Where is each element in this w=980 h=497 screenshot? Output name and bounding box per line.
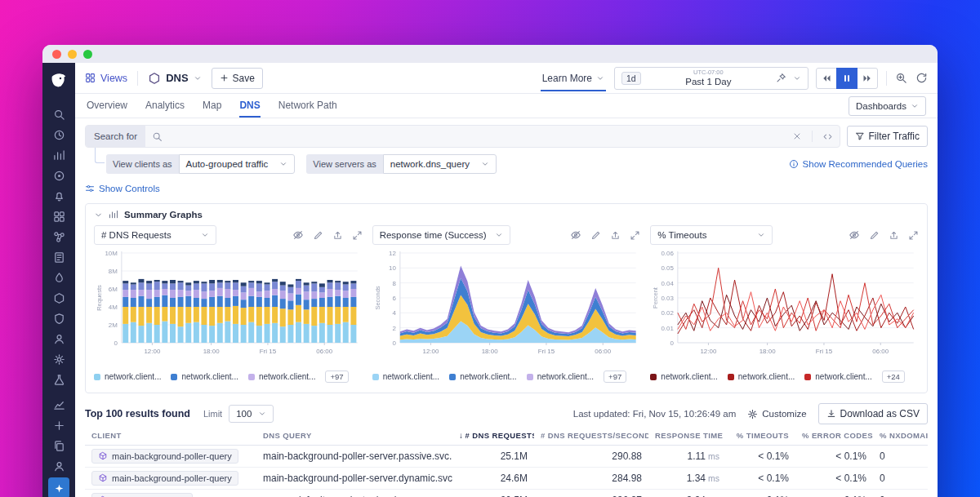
sidebar-item-synthetics[interactable]: [48, 370, 69, 389]
legend-item[interactable]: network.client...: [94, 372, 161, 381]
fullscreen-graph-icon[interactable]: [908, 230, 919, 241]
minimize-window-button[interactable]: [68, 50, 77, 59]
legend-overflow-badge[interactable]: +97: [604, 371, 626, 383]
response-time-metric-select[interactable]: Response time (Success): [372, 225, 510, 245]
client-tag[interactable]: chaos-engineering: [91, 493, 193, 497]
fullscreen-graph-icon[interactable]: [630, 230, 640, 241]
learn-more-dropdown[interactable]: Learn More: [541, 65, 606, 91]
limit-select[interactable]: 100: [229, 405, 274, 423]
time-range-selector[interactable]: 1d UTC-07:00 Past 1 Day: [614, 67, 808, 90]
sidebar-item-bits-ai[interactable]: [48, 477, 69, 497]
client-tag[interactable]: main-background-poller-query: [91, 449, 238, 464]
table-row[interactable]: main-background-poller-querymain-backgro…: [85, 446, 928, 468]
legend-item[interactable]: network.client...: [728, 372, 795, 381]
legend-item[interactable]: network.client...: [449, 372, 516, 381]
sidebar-item-metrics[interactable]: [48, 145, 69, 165]
client-tag[interactable]: main-background-poller-query: [91, 471, 238, 486]
dashboards-dropdown[interactable]: Dashboards: [849, 96, 926, 116]
edit-graph-icon[interactable]: [590, 230, 601, 241]
legend-item[interactable]: network.client...: [804, 372, 871, 381]
pin-icon[interactable]: [776, 73, 786, 83]
search-field[interactable]: Search for: [85, 125, 840, 148]
datadog-logo-icon[interactable]: [49, 71, 69, 91]
legend-overflow-badge[interactable]: +97: [325, 371, 348, 383]
skip-back-button[interactable]: [816, 68, 837, 89]
column-header-client[interactable]: CLIENT: [85, 426, 256, 446]
zoom-window-button[interactable]: [83, 50, 92, 59]
close-window-button[interactable]: [52, 50, 61, 59]
tab-network-path[interactable]: Network Path: [278, 94, 337, 118]
range-shortcut-chip[interactable]: 1d: [621, 72, 641, 85]
sidebar-item-rum[interactable]: [48, 329, 69, 348]
legend-item[interactable]: network.client...: [248, 372, 315, 381]
views-button[interactable]: Views: [85, 73, 127, 84]
export-graph-icon[interactable]: [889, 230, 899, 241]
column-header-response-time[interactable]: RESPONSE TIME: [648, 426, 726, 446]
legend-item[interactable]: network.client...: [527, 372, 594, 381]
column-header--dns-requests-second[interactable]: # DNS REQUESTS/SECOND: [534, 426, 648, 446]
legend-overflow-badge[interactable]: +24: [882, 371, 905, 383]
sidebar-item-docs[interactable]: [48, 436, 69, 455]
show-controls-link[interactable]: Show Controls: [85, 184, 160, 193]
dns-requests-plot[interactable]: 02M4M6M8M10M12:0018:00Fri 1506:00Request…: [94, 246, 363, 369]
collapse-icon[interactable]: [94, 211, 103, 220]
column-header--nxdomain[interactable]: % NXDOMAIN: [873, 426, 928, 446]
timeouts-plot[interactable]: 00.010.020.030.040.050.0612:0018:00Fri 1…: [650, 246, 919, 369]
hide-graph-icon[interactable]: [292, 229, 304, 241]
export-graph-icon[interactable]: [332, 230, 343, 241]
download-csv-button[interactable]: Download as CSV: [818, 403, 928, 424]
dns-requests-metric-select[interactable]: # DNS Requests: [94, 225, 216, 245]
column-header-dns-query[interactable]: DNS QUERY: [256, 426, 452, 446]
search-input[interactable]: [169, 131, 785, 142]
view-clients-select[interactable]: Auto-grouped traffic: [179, 154, 296, 174]
sidebar-item-apm[interactable]: [48, 268, 69, 287]
tab-overview[interactable]: Overview: [87, 94, 127, 118]
sidebar-item-dashboards[interactable]: [48, 206, 69, 226]
sidebar-item-charts[interactable]: [48, 395, 69, 415]
sidebar-item-watchdog[interactable]: [48, 166, 69, 185]
save-view-button[interactable]: Save: [212, 68, 263, 89]
legend-item[interactable]: network.client...: [372, 372, 439, 381]
table-row[interactable]: main-background-poller-querymain-backgro…: [85, 468, 928, 490]
column-header--error-codes[interactable]: % ERROR CODES: [795, 426, 873, 446]
sidebar-item-security[interactable]: [48, 308, 69, 328]
skip-forward-button[interactable]: [857, 68, 878, 89]
sidebar-item-service-map[interactable]: [48, 227, 69, 246]
column-header--timeouts[interactable]: % TIMEOUTS: [726, 426, 795, 446]
sidebar-item-logs[interactable]: [48, 247, 69, 267]
filter-traffic-button[interactable]: Filter Traffic: [847, 126, 928, 147]
product-switcher[interactable]: DNS: [148, 72, 201, 85]
summary-graphs-header[interactable]: Summary Graphs: [86, 204, 927, 225]
code-view-icon[interactable]: [822, 131, 833, 142]
sidebar-item-settings[interactable]: [48, 349, 69, 369]
sidebar-item-search[interactable]: [48, 104, 69, 124]
edit-graph-icon[interactable]: [313, 230, 323, 241]
timeouts-metric-select[interactable]: % Timeouts: [650, 225, 773, 245]
table-row[interactable]: chaos-engineeringmongo.default.svc.clust…: [85, 490, 928, 497]
pause-button[interactable]: [836, 68, 858, 89]
clear-search-icon[interactable]: [792, 131, 802, 141]
fullscreen-graph-icon[interactable]: [352, 230, 363, 241]
refresh-button[interactable]: [915, 72, 928, 84]
tab-dns[interactable]: DNS: [239, 94, 260, 118]
legend-item[interactable]: network.client...: [171, 372, 238, 381]
view-servers-select[interactable]: network.dns_query: [383, 154, 497, 174]
hide-graph-icon[interactable]: [849, 229, 860, 241]
create-icon: [53, 419, 65, 432]
sidebar-item-alerts[interactable]: [48, 186, 69, 206]
response-time-plot[interactable]: 02468101212:0018:00Fri 1506:00Seconds: [372, 246, 641, 369]
column-header--dns-requests[interactable]: ↓# DNS REQUESTS: [452, 426, 534, 446]
legend-item[interactable]: network.client...: [650, 372, 717, 381]
hide-graph-icon[interactable]: [570, 229, 581, 241]
zoom-button[interactable]: [895, 72, 907, 84]
sidebar-item-create[interactable]: [48, 415, 69, 435]
sidebar-item-network[interactable]: [48, 288, 69, 308]
tab-analytics[interactable]: Analytics: [145, 94, 185, 118]
tab-map[interactable]: Map: [203, 94, 221, 118]
customize-button[interactable]: Customize: [747, 409, 806, 419]
show-recommended-queries-link[interactable]: Show Recommended Queries: [789, 159, 928, 169]
sidebar-item-account[interactable]: [48, 456, 69, 476]
edit-graph-icon[interactable]: [869, 230, 880, 241]
sidebar-item-history[interactable]: [48, 125, 69, 144]
export-graph-icon[interactable]: [610, 230, 621, 241]
